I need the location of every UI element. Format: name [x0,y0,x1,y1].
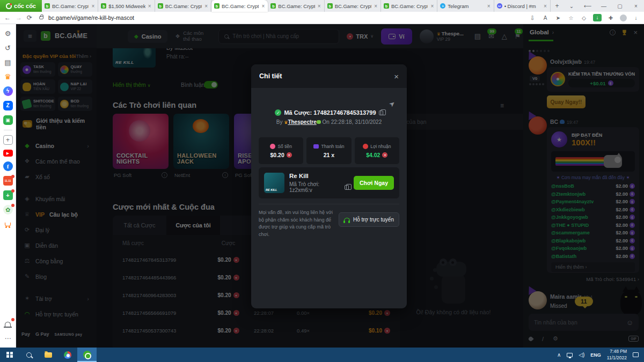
browser-tab[interactable]: BC.Game: Crypto × [325,0,381,12]
close-tab-icon[interactable]: × [317,3,321,9]
bookmark-star-icon[interactable]: ☆ [567,15,575,21]
url-field[interactable] [48,14,524,21]
play-now-button[interactable]: Chơi Ngay [354,176,394,190]
lock-icon[interactable] [39,16,43,19]
bell-icon[interactable] [3,319,13,329]
notification-dot [11,189,14,193]
clock[interactable]: 7:48 PM 11/1/2022 [607,349,627,360]
browser-tab[interactable]: BC.Game: Crypto × [381,0,437,12]
tab-search-icon[interactable]: ⌄ [564,3,580,9]
close-icon[interactable]: × [394,72,399,81]
gift-icon[interactable]: + [3,190,13,200]
sale-11-11-icon[interactable]: 11.11 [3,176,13,186]
browser-tab[interactable]: BC.Game: Crypto × [42,0,98,12]
file-explorer-button[interactable] [39,348,58,362]
close-window-button[interactable]: × [628,3,644,9]
garden-icon[interactable]: ✿ [3,205,13,215]
youtube-icon[interactable]: ▶ [3,150,13,157]
close-tab-icon[interactable]: × [148,3,152,9]
extensions-icon[interactable]: ✚ [607,15,614,21]
close-tab-icon[interactable]: × [91,3,95,9]
game-name: Re Kill [289,173,349,179]
back-button[interactable]: ← [4,14,11,21]
share-icon[interactable]: ➤ [387,99,397,109]
reload-button[interactable]: ⟳ [27,14,32,21]
modal-title: Chi tiết [259,72,282,80]
system-tray: ∧ ◁) ENG 7:48 PM 11/1/2022 [557,349,644,360]
coccoc-brand-label: cốc cốc [14,3,36,9]
copy-icon[interactable] [345,185,349,190]
tab-arrow-icon[interactable]: ⟵ [580,3,596,9]
support-note: Mọi vấn đề, xin vui lòng liên hệ với bộ … [259,209,339,238]
browser-tab[interactable]: $1,500 Midweek × [98,0,155,12]
download-active-icon[interactable]: ↓ [593,14,602,21]
maximize-button[interactable]: ▢ [612,3,628,9]
vip-crown-icon[interactable]: ♛ [3,72,13,82]
taskbar-search-button[interactable] [19,348,39,362]
tab-favicon [101,3,106,9]
browser-tab[interactable]: Telegram × [437,0,494,12]
bet-datetime: 22:28:18, 31/10/2022 [331,119,382,125]
messenger-icon[interactable]: ϟ [3,86,13,96]
close-tab-icon[interactable]: × [487,3,491,9]
close-tab-icon[interactable]: × [374,3,378,9]
game-thumb: RE KILL [264,173,284,193]
close-tab-icon[interactable]: × [204,3,208,9]
add-shortcut-icon[interactable]: + [3,135,13,145]
live-support-button[interactable]: Hỗ trợ trực tuyến [339,212,399,227]
more-icon[interactable]: ⋯ [3,334,13,343]
new-tab-button[interactable]: + [551,0,564,12]
feed-icon[interactable]: ▤ [3,57,13,67]
translate-icon[interactable]: A [541,15,549,21]
coccoc-button[interactable] [77,348,97,362]
bettor-username[interactable]: Thespectre [288,119,316,125]
start-button[interactable] [0,348,19,362]
history-icon[interactable]: ↺ [3,43,13,53]
volume-icon[interactable]: ◁) [579,352,584,358]
copy-icon[interactable] [379,110,383,115]
modal-header: Chi tiết × [251,64,407,88]
tab-favicon [214,3,219,9]
notification-dot [11,204,14,207]
tab-bar: cốc cốc BC.Game: Crypto × $1,500 Midweek… [0,0,644,12]
window-controls: ⌄ ⟵ — ▢ × [564,0,644,12]
browser-tab[interactable]: BC.Game: Crypto × [155,0,211,12]
close-tab-icon[interactable]: × [543,3,547,9]
facebook-icon[interactable]: f [3,161,13,171]
downloads-tray-icon[interactable]: ↓ [632,15,640,21]
coccoc-menu-button[interactable]: cốc cốc [0,0,42,12]
forward-button[interactable]: → [16,14,22,21]
trx-coin-icon [287,152,292,158]
chrome-button[interactable] [58,348,77,362]
tab-favicon [270,3,276,9]
zalo-icon[interactable]: Z [3,101,13,110]
browser-tab[interactable]: • Discord | #m × [494,0,551,12]
coccoc-sidebar: ⚙ ↺ ▤ ♛ ϟ [0,24,16,348]
settings-icon[interactable]: ⚙ [3,28,13,38]
close-tab-icon[interactable]: × [261,3,265,9]
stat-box: Lợi nhuận $4.02 [355,137,399,164]
verified-check-icon: ✓ [275,109,281,116]
save-page-icon[interactable]: ⇩ [529,15,536,21]
language-indicator[interactable]: ENG [590,352,601,358]
games-icon[interactable]: ▣ [3,115,13,125]
bet-details-modal: Chi tiết × ➤ ✓ Mã Cược: 1748217467845313… [251,64,407,308]
cart-icon[interactable] [3,219,13,229]
notification-dot [11,318,14,321]
stat-icon [313,144,319,149]
stat-icon [270,144,275,149]
share-icon[interactable]: ➤ [554,15,562,21]
sidebar-divider[interactable] [4,130,12,130]
stat-icon [363,144,368,149]
network-icon[interactable] [567,353,573,357]
profile-avatar-icon[interactable] [620,14,627,21]
browser-tab[interactable]: BC.Game: Crypto × [211,0,268,12]
minimize-button[interactable]: — [596,3,612,9]
adblock-shield-icon[interactable]: ◇ [580,15,588,21]
browser-tab[interactable]: BC.Game: Crypto × [268,0,324,12]
tray-expand-icon[interactable]: ∧ [557,352,561,358]
action-center-icon[interactable] [633,352,639,357]
divider [259,204,399,204]
stat-box: Số tiền $0.20 [259,137,303,164]
close-tab-icon[interactable]: × [430,3,434,9]
